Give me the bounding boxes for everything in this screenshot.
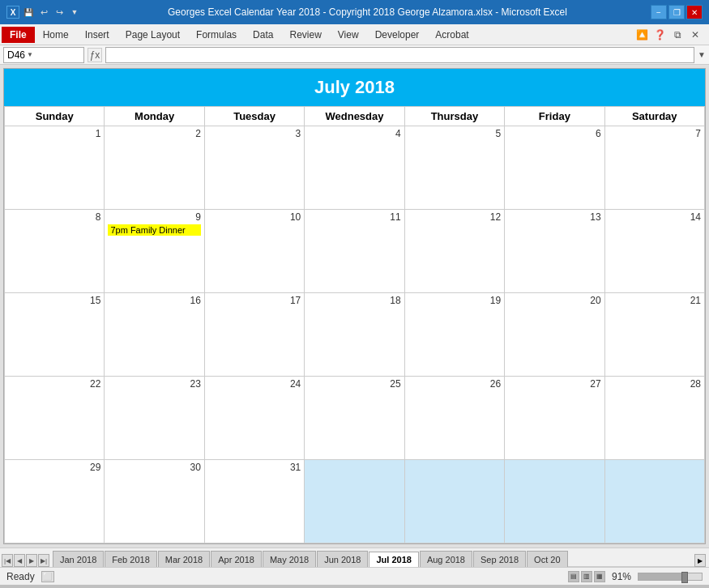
sheet-tab[interactable]: Sep 2018 [473,551,526,567]
day-header-sun: Sunday [5,107,105,126]
cell-date: 26 [408,378,501,390]
day-header-fri: Friday [505,107,604,126]
sheet-tab[interactable]: Apr 2018 [211,551,262,567]
menu-page-layout[interactable]: Page Layout [117,27,188,43]
zoom-slider[interactable] [638,573,703,581]
sheet-tab[interactable]: Aug 2018 [420,551,472,567]
page-break-view-icon[interactable]: ▦ [594,571,605,582]
calendar-cell[interactable]: 31 [205,460,305,543]
sheet-scroll-btn[interactable]: ▶ [694,554,706,567]
calendar-cell[interactable]: 11 [305,210,404,293]
menu-insert[interactable]: Insert [77,27,117,43]
page-layout-icon[interactable]: ⬜ [41,571,54,582]
sheet-tab[interactable]: Jun 2018 [317,551,368,567]
calendar-cell[interactable]: 97pm Family Dinner [105,210,204,293]
calendar-cell[interactable]: 22 [5,377,105,460]
calendar-cell[interactable]: 13 [505,210,604,293]
calendar-cell[interactable]: 27 [505,377,604,460]
day-header-thu: Thursday [405,107,505,126]
calendar-cell[interactable] [605,460,705,543]
sheet-tab[interactable]: Oct 20 [527,551,567,567]
help-icon[interactable]: ❓ [652,28,667,42]
undo-icon[interactable]: ↩ [37,6,50,19]
calendar-grid: 1234567897pm Family Dinner10111213141516… [4,126,705,543]
calendar-cell[interactable]: 10 [205,210,305,293]
window-title: Georges Excel Calendar Year 2018 - Copyr… [84,6,651,18]
day-header-sat: Saturday [605,107,705,126]
cell-date: 9 [108,211,200,223]
calendar-cell[interactable] [305,460,404,543]
calendar-cell[interactable]: 29 [5,460,105,543]
cell-date: 27 [508,378,600,390]
sheet-nav-next[interactable]: ▶ [26,554,37,567]
calendar-cell[interactable]: 28 [605,377,705,460]
calendar-cell[interactable]: 18 [305,293,404,377]
calendar-cell[interactable]: 2 [105,126,204,210]
calendar-cell[interactable]: 6 [505,126,604,210]
sheet-tab[interactable]: Jan 2018 [53,551,104,567]
sheet-tabs-container: Jan 2018Feb 2018Mar 2018Apr 2018May 2018… [53,551,568,567]
menu-acrobat[interactable]: Acrobat [427,27,476,43]
close-button[interactable]: ✕ [686,5,703,19]
calendar-cell[interactable]: 12 [405,210,505,293]
restore-button[interactable]: ❐ [668,5,685,19]
calendar-cell[interactable]: 8 [5,210,105,293]
calendar-cell[interactable]: 5 [405,126,505,210]
calendar-cell[interactable]: 23 [105,377,204,460]
sheet-tabs-spacer [568,566,694,567]
ribbon-minimize-icon[interactable]: 🔼 [634,28,649,42]
calendar-cell[interactable]: 26 [405,377,505,460]
sheet-nav-prev[interactable]: ◀ [14,554,25,567]
file-menu[interactable]: File [2,27,35,43]
sheet-nav-first[interactable]: |◀ [2,554,13,567]
sheet-tab[interactable]: Jul 2018 [369,552,418,567]
window-close-small-icon[interactable]: ✕ [688,28,703,42]
calendar-cell[interactable]: 1 [5,126,105,210]
menu-view[interactable]: View [330,27,367,43]
window-restore-icon[interactable]: ⧉ [670,28,685,42]
page-layout-view-icon[interactable]: ▥ [581,571,592,582]
cell-date: 21 [609,295,701,306]
calendar-cell[interactable]: 7 [605,126,705,210]
minimize-button[interactable]: − [651,5,667,19]
menu-home[interactable]: Home [35,27,77,43]
calendar-cell[interactable]: 19 [405,293,505,377]
calendar-cell[interactable]: 15 [5,293,105,377]
cell-date: 29 [8,462,100,473]
cell-date: 12 [408,211,501,223]
calendar-event[interactable]: 7pm Family Dinner [108,224,200,236]
calendar-cell[interactable]: 17 [205,293,305,377]
toolbar-more-icon[interactable]: ▼ [68,6,81,19]
menu-formulas[interactable]: Formulas [188,27,245,43]
sheet-tab[interactable]: Mar 2018 [158,551,210,567]
calendar-cell[interactable]: 3 [205,126,305,210]
cell-date: 31 [208,462,301,473]
redo-icon[interactable]: ↪ [53,6,66,19]
menu-review[interactable]: Review [281,27,329,43]
sheet-tab[interactable]: Feb 2018 [105,551,156,567]
calendar-cell[interactable]: 16 [105,293,204,377]
cell-date: 23 [108,378,200,390]
formula-expand-icon[interactable]: ▼ [698,50,706,59]
formula-input[interactable] [105,47,694,63]
calendar-cell[interactable]: 25 [305,377,404,460]
menu-developer[interactable]: Developer [367,27,428,43]
calendar-cell[interactable] [505,460,604,543]
title-bar: X 💾 ↩ ↪ ▼ Georges Excel Calendar Year 20… [0,0,709,24]
cell-date: 5 [408,128,501,139]
calendar-cell[interactable]: 21 [605,293,705,377]
calendar-cell[interactable]: 24 [205,377,305,460]
save-icon[interactable]: 💾 [22,6,35,19]
sheet-nav-last[interactable]: ▶| [38,554,49,567]
menu-data[interactable]: Data [245,27,281,43]
function-wizard-button[interactable]: ƒx [88,48,102,62]
calendar-cell[interactable]: 4 [305,126,404,210]
calendar-cell[interactable]: 14 [605,210,705,293]
calendar-cell[interactable] [405,460,505,543]
cell-date: 2 [108,128,200,139]
sheet-tab[interactable]: May 2018 [263,551,316,567]
calendar-cell[interactable]: 20 [505,293,604,377]
normal-view-icon[interactable]: ▤ [568,571,579,582]
name-box[interactable]: D46 ▼ [3,47,84,63]
calendar-cell[interactable]: 30 [105,460,204,543]
